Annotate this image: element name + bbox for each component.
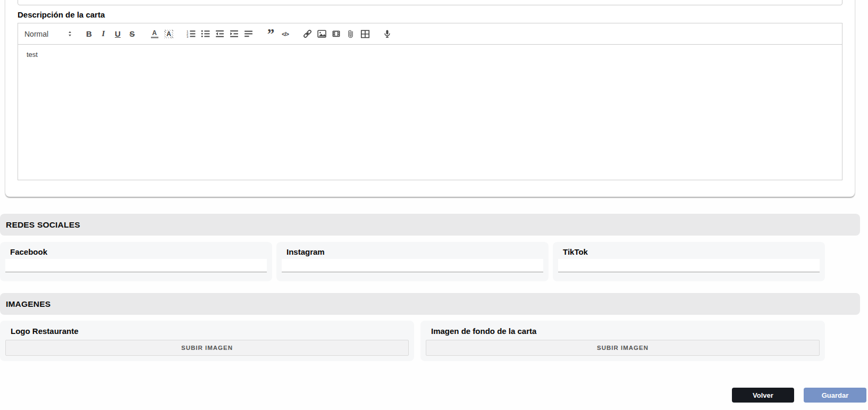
- upload-background-button[interactable]: SUBIR IMAGEN: [426, 340, 820, 356]
- video-button[interactable]: [330, 27, 343, 40]
- table-button[interactable]: [358, 27, 372, 40]
- bold-button[interactable]: B: [82, 27, 96, 40]
- video-icon: [331, 29, 341, 39]
- indent-icon: [229, 29, 239, 39]
- paperclip-icon: [345, 29, 356, 39]
- svg-text:3: 3: [187, 35, 188, 38]
- link-button[interactable]: [301, 27, 314, 40]
- page: Descripción de la carta Normal B I U: [0, 0, 868, 410]
- social-section-header: REDES SOCIALES: [0, 214, 860, 236]
- images-section-title: IMAGENES: [6, 299, 50, 309]
- speech-group: [380, 27, 394, 40]
- outdent-icon: [215, 29, 225, 39]
- description-editor-body[interactable]: test: [18, 45, 842, 180]
- attachment-button[interactable]: [344, 27, 357, 40]
- format-select[interactable]: Normal: [24, 30, 73, 38]
- image-icon: [317, 29, 327, 39]
- instagram-input[interactable]: [282, 259, 543, 272]
- ordered-list-button[interactable]: 1 2 3: [184, 27, 198, 40]
- bullet-list-button[interactable]: [199, 27, 212, 40]
- tiktok-card: TikTok: [553, 242, 825, 281]
- instagram-card: Instagram: [276, 242, 549, 281]
- facebook-input[interactable]: [5, 259, 267, 272]
- format-select-value: Normal: [24, 30, 66, 38]
- microphone-button[interactable]: [381, 27, 394, 40]
- logo-label: Logo Restaurante: [11, 327, 409, 335]
- code-block-button[interactable]: </>: [279, 27, 292, 40]
- microphone-icon: [382, 29, 392, 39]
- background-color-icon: A: [164, 30, 173, 38]
- facebook-label: Facebook: [10, 248, 267, 256]
- outdent-button[interactable]: [213, 27, 226, 40]
- text-color-button[interactable]: A: [148, 27, 161, 40]
- description-card: Descripción de la carta Normal B I U: [5, 0, 855, 197]
- insert-group: [300, 27, 372, 40]
- updown-caret-icon: [66, 30, 73, 37]
- format-group: B I U S: [82, 27, 139, 40]
- top-text-field[interactable]: [18, 0, 842, 5]
- block-group: ” </>: [264, 27, 292, 40]
- instagram-label: Instagram: [286, 248, 543, 256]
- save-button[interactable]: Guardar: [804, 388, 866, 403]
- images-section-header: IMAGENES: [0, 293, 860, 315]
- back-button[interactable]: Volver: [732, 388, 794, 403]
- text-color-icon: A: [151, 30, 158, 38]
- social-section-title: REDES SOCIALES: [6, 220, 80, 230]
- indent-button[interactable]: [227, 27, 241, 40]
- link-icon: [302, 29, 313, 39]
- table-icon: [360, 29, 370, 39]
- align-icon: [243, 29, 254, 39]
- background-color-button[interactable]: A: [162, 27, 175, 40]
- description-label: Descripción de la carta: [18, 11, 842, 19]
- upload-logo-button[interactable]: SUBIR IMAGEN: [5, 340, 409, 356]
- tiktok-label: TikTok: [563, 248, 820, 256]
- blockquote-button[interactable]: ”: [264, 30, 277, 38]
- italic-button[interactable]: I: [97, 27, 110, 40]
- logo-card: Logo Restaurante SUBIR IMAGEN: [0, 321, 414, 361]
- tiktok-input[interactable]: [558, 259, 820, 272]
- color-group: A A: [147, 27, 176, 40]
- strike-button[interactable]: S: [125, 27, 139, 40]
- facebook-card: Facebook: [0, 242, 272, 281]
- image-button[interactable]: [315, 27, 328, 40]
- underline-button[interactable]: U: [111, 27, 124, 40]
- background-image-card: Imagen de fondo de la carta SUBIR IMAGEN: [420, 321, 825, 361]
- background-image-label: Imagen de fondo de la carta: [431, 327, 820, 335]
- ordered-list-icon: 1 2 3: [186, 29, 196, 39]
- list-group: 1 2 3: [184, 27, 256, 40]
- editor-toolbar: Normal B I U S: [18, 23, 842, 45]
- rich-text-editor: Normal B I U S: [18, 23, 842, 180]
- bullet-list-icon: [200, 29, 210, 39]
- align-button[interactable]: [242, 27, 255, 40]
